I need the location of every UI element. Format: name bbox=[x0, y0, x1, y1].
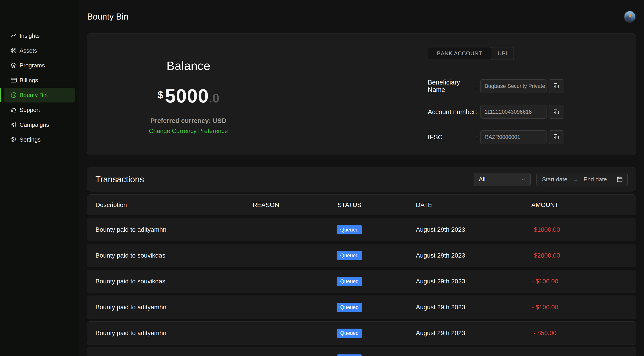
currency-symbol: $ bbox=[158, 89, 163, 101]
sidebar-item-campaigns[interactable]: Campaigns bbox=[4, 117, 75, 132]
copy-button[interactable] bbox=[548, 105, 564, 119]
balance-amount-whole: 5000 bbox=[165, 85, 209, 107]
table-row: Bounty paid to souvikdasQueuedAugust 29t… bbox=[87, 244, 636, 267]
status-badge: Queued bbox=[336, 303, 362, 312]
field-label: Account number bbox=[428, 108, 475, 116]
end-date-input[interactable]: End date bbox=[584, 176, 607, 183]
copy-button[interactable] bbox=[548, 79, 564, 93]
date-range-picker[interactable]: Start date → End date bbox=[536, 173, 628, 186]
dollar-circle-icon: $ bbox=[10, 92, 17, 98]
arrow-right-icon: → bbox=[572, 176, 579, 183]
sidebar-item-label: Campaigns bbox=[20, 121, 49, 128]
transaction-amount: - $2000.00 bbox=[468, 252, 636, 259]
transaction-status: Queued bbox=[305, 303, 394, 312]
sidebar-item-label: Assets bbox=[20, 47, 37, 54]
status-badge: Queued bbox=[336, 277, 362, 286]
transaction-status: Queued bbox=[305, 225, 394, 234]
bank-tabs: BANK ACCOUNTUPI bbox=[428, 47, 514, 60]
table-row: Bounty paid to souvikdasQueuedAugust 29t… bbox=[87, 270, 636, 293]
headset-icon bbox=[10, 107, 17, 113]
sidebar-item-bounty-bin[interactable]: $Bounty Bin bbox=[4, 88, 75, 103]
calendar-icon bbox=[616, 176, 623, 182]
sidebar-item-label: Programs bbox=[20, 62, 45, 69]
preferred-currency-label: Preferred currency: USD bbox=[121, 117, 256, 125]
field-label: Beneficiary Name bbox=[428, 79, 475, 94]
transaction-amount: - $50.00 bbox=[468, 329, 636, 337]
field-colon: : bbox=[475, 83, 480, 90]
svg-text:$: $ bbox=[13, 93, 14, 97]
target-icon bbox=[10, 48, 17, 54]
table-row: Queued bbox=[87, 347, 636, 356]
account-number-value: 1112220043096616 bbox=[480, 105, 547, 119]
status-badge: Queued bbox=[336, 354, 362, 356]
sidebar: InsightsAssetsProgramsBillings$Bounty Bi… bbox=[0, 0, 79, 356]
sidebar-item-support[interactable]: Support bbox=[4, 103, 75, 117]
trending-up-icon bbox=[10, 33, 17, 39]
transaction-amount: - $100.00 bbox=[468, 304, 636, 311]
tab-upi[interactable]: UPI bbox=[491, 47, 514, 60]
transaction-filter-select[interactable]: All bbox=[474, 173, 530, 186]
copy-button[interactable] bbox=[548, 130, 564, 144]
table-row: Bounty paid to adityamhnQueuedAugust 29t… bbox=[87, 321, 636, 345]
transaction-amount: - $100.00 bbox=[468, 278, 636, 285]
chevron-down-icon bbox=[520, 176, 526, 182]
field-colon: : bbox=[475, 108, 480, 116]
transaction-date: August 29th 2023 bbox=[394, 329, 468, 337]
column-header-date: DATE bbox=[394, 201, 468, 209]
change-currency-link[interactable]: Change Currency Preference bbox=[149, 128, 228, 135]
field-account-number: Account number:1112220043096616 bbox=[428, 105, 636, 119]
sidebar-item-settings[interactable]: ⚙Settings bbox=[4, 132, 75, 147]
status-badge: Queued bbox=[336, 328, 362, 338]
transaction-date: August 29th 2023 bbox=[394, 278, 468, 285]
gear-icon: ⚙ bbox=[10, 136, 17, 143]
transaction-amount: - $1000.00 bbox=[468, 226, 636, 233]
transactions-title: Transactions bbox=[96, 175, 144, 184]
sidebar-item-assets[interactable]: Assets bbox=[4, 43, 75, 58]
ifsc-value: RAZR0000001 bbox=[480, 130, 547, 144]
sidebar-item-label: Insights bbox=[20, 32, 40, 39]
field-beneficiary-name: Beneficiary Name:Bugbase Security Privat… bbox=[428, 79, 636, 94]
transactions-header: Transactions All Start date → End date bbox=[87, 167, 636, 191]
megaphone-icon bbox=[10, 122, 17, 128]
sidebar-item-insights[interactable]: Insights bbox=[4, 28, 75, 43]
start-date-input[interactable]: Start date bbox=[542, 176, 568, 183]
column-header-amount: AMOUNT bbox=[468, 201, 636, 209]
user-avatar[interactable] bbox=[624, 11, 636, 23]
transaction-description: Bounty paid to souvikdas bbox=[87, 252, 226, 259]
status-badge: Queued bbox=[336, 251, 362, 260]
transaction-description: Bounty paid to adityamhn bbox=[87, 226, 226, 233]
beneficiary-name-value: Bugbase Security Private bbox=[480, 79, 547, 93]
bank-details-section: BANK ACCOUNTUPI Beneficiary Name:Bugbase… bbox=[362, 34, 636, 155]
sidebar-item-programs[interactable]: Programs bbox=[4, 58, 75, 73]
app-root: InsightsAssetsProgramsBillings$Bounty Bi… bbox=[0, 0, 644, 356]
bank-fields: Beneficiary Name:Bugbase Security Privat… bbox=[428, 79, 636, 144]
balance-amount: $5000.0 bbox=[121, 86, 256, 105]
column-header-description: Description bbox=[87, 201, 226, 209]
copy-icon bbox=[554, 83, 559, 90]
sidebar-item-label: Settings bbox=[20, 136, 41, 143]
credit-card-icon bbox=[10, 77, 17, 83]
filter-selected-value: All bbox=[479, 176, 486, 183]
copy-icon bbox=[554, 134, 559, 140]
transaction-status: Queued bbox=[305, 277, 394, 286]
table-row: Bounty paid to adityamhnQueuedAugust 29t… bbox=[87, 295, 636, 319]
transaction-date: August 29th 2023 bbox=[394, 304, 468, 311]
transactions-controls: All Start date → End date bbox=[474, 173, 628, 186]
tab-bank-account[interactable]: BANK ACCOUNT bbox=[428, 47, 491, 60]
transaction-status: Queued bbox=[305, 354, 394, 356]
layers-icon bbox=[10, 62, 17, 69]
balance-title: Balance bbox=[121, 59, 256, 73]
balance-amount-fraction: .0 bbox=[209, 91, 220, 105]
transaction-status: Queued bbox=[305, 328, 394, 338]
column-header-status: STATUS bbox=[305, 201, 394, 209]
copy-icon bbox=[554, 109, 559, 115]
balance-section: Balance $5000.0 Preferred currency: USD … bbox=[87, 34, 362, 155]
sidebar-item-label: Billings bbox=[20, 77, 38, 84]
transaction-description: Bounty paid to souvikdas bbox=[87, 278, 226, 285]
sidebar-nav: InsightsAssetsProgramsBillings$Bounty Bi… bbox=[0, 0, 78, 147]
transaction-date: August 29th 2023 bbox=[394, 226, 468, 233]
status-badge: Queued bbox=[336, 225, 362, 234]
sidebar-item-billings[interactable]: Billings bbox=[4, 73, 75, 88]
column-header-reason: REASON bbox=[226, 201, 305, 209]
field-label: IFSC bbox=[428, 134, 475, 141]
